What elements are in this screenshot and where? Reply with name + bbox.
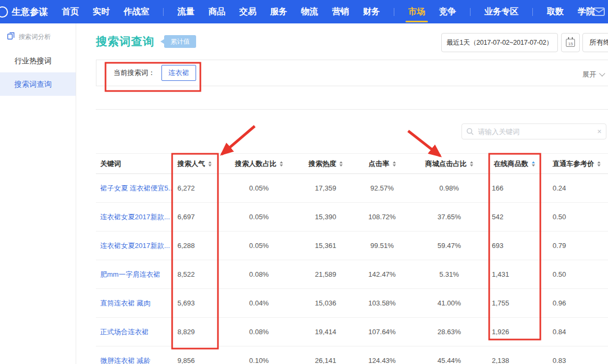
column-label: 直通车参考价 (553, 159, 594, 169)
column-header-6[interactable]: 在线商品数 (487, 154, 542, 173)
nav-item-trade[interactable]: 交易 (239, 0, 256, 23)
table-row: 连衣裙女夏2017新款...6,2880.05%15,36199.51%59.4… (96, 231, 608, 260)
date-range-group: 最近1天（2017-07-02~2017-07-02） 15 (441, 33, 580, 52)
table-cell: 107.64% (352, 318, 412, 346)
nav-item-home[interactable]: 首页 (62, 0, 79, 23)
nav-item-marketing[interactable]: 营销 (332, 0, 349, 23)
terminal-filter-select[interactable]: 所有终端 (582, 33, 608, 52)
table-cell: 5.31% (412, 260, 487, 288)
table-cell: 15,390 (299, 203, 352, 231)
table-cell: 142.47% (352, 260, 412, 288)
column-header-7[interactable]: 直通车参考价 (542, 154, 608, 173)
nav-item-service[interactable]: 服务 (270, 0, 287, 23)
table-row: 肥mm一字肩连衣裙8,5220.08%21,589142.47%5.31%1,4… (96, 260, 608, 289)
nav-item-market[interactable]: 市场 (408, 0, 425, 23)
nav-item-logistics[interactable]: 物流 (301, 0, 318, 23)
calendar-button[interactable]: 15 (561, 33, 580, 52)
table-cell: 8,829 (172, 318, 219, 346)
table-cell: 21,589 (299, 260, 352, 288)
table-cell: 6,697 (172, 203, 219, 231)
column-header-0: 关键词 (96, 154, 172, 173)
nav-item-traffic[interactable]: 流量 (177, 0, 194, 23)
nav-divider (163, 8, 164, 16)
keyword-link[interactable]: 直筒连衣裙 藏肉 (96, 289, 172, 317)
keyword-link[interactable]: 连衣裙女夏2017新款... (96, 203, 172, 231)
nav-item-realtime[interactable]: 实时 (93, 0, 110, 23)
table-cell: 41.00% (412, 289, 487, 317)
column-label: 点击率 (369, 159, 390, 169)
table-cell: 28.63% (412, 318, 487, 346)
nav-divider (470, 8, 471, 16)
table-cell: 0.83 (542, 346, 608, 364)
keyword-link[interactable]: 微胖连衣裙 减龄 (96, 346, 172, 364)
nav-item-competition[interactable]: 竞争 (439, 0, 456, 23)
table-header-row: 关键词搜索人气搜索人数占比搜索热度点击率商城点击占比在线商品数直通车参考价 (96, 154, 608, 174)
mail-icon[interactable] (593, 7, 605, 16)
brand-name: 生意参谋 (12, 6, 48, 18)
table-cell: 0.08% (219, 260, 299, 288)
nav-item-academy[interactable]: 学院 (578, 0, 595, 23)
table-row: 裙子女夏 连衣裙便宜5...6,2720.05%17,35992.57%0.98… (96, 174, 608, 203)
sort-icon (532, 161, 535, 167)
table-cell: 37.65% (412, 203, 487, 231)
keyword-link[interactable]: 肥mm一字肩连衣裙 (96, 260, 172, 288)
current-search-word-label: 当前搜索词： (114, 68, 155, 78)
column-header-2[interactable]: 搜索人数占比 (219, 154, 299, 173)
table-cell: 6,288 (172, 231, 219, 260)
table-cell: 1,431 (487, 260, 542, 288)
sort-icon (393, 161, 396, 167)
column-header-4[interactable]: 点击率 (352, 154, 412, 173)
chevron-down-icon (599, 70, 605, 76)
nav-item-business-zone[interactable]: 业务专区 (484, 0, 518, 23)
table-cell: 108.72% (352, 203, 412, 231)
table-cell: 542 (487, 203, 542, 231)
table-cell: 17,359 (299, 174, 352, 202)
nav-item-goods[interactable]: 商品 (208, 0, 225, 23)
brand[interactable]: 生意参谋 (5, 6, 48, 18)
dotted-divider (96, 109, 608, 110)
top-nav: 生意参谋 首页实时作战室流量商品交易服务物流营销财务市场竞争业务专区取数学院 (0, 0, 608, 23)
column-header-5[interactable]: 商城点击占比 (412, 154, 487, 173)
nav-item-data-extract[interactable]: 取数 (547, 0, 564, 23)
sidebar-items: 行业热搜词搜索词查询 (0, 49, 76, 96)
clear-icon[interactable]: × (597, 128, 602, 135)
table-cell: 1,755 (487, 289, 542, 317)
current-search-word-chip[interactable]: 连衣裙 (161, 65, 196, 81)
sidebar-item-industry-hot-words[interactable]: 行业热搜词 (0, 49, 76, 72)
table-cell: 19,414 (299, 318, 352, 346)
keyword-search-input[interactable] (477, 127, 594, 136)
search-icon (466, 128, 474, 135)
calendar-icon: 15 (566, 39, 575, 47)
column-header-3[interactable]: 搜索热度 (299, 154, 352, 173)
table-body: 裙子女夏 连衣裙便宜5...6,2720.05%17,35992.57%0.98… (96, 174, 608, 364)
nav-divider (532, 8, 533, 16)
table-cell: 0.08% (219, 318, 299, 346)
keyword-link[interactable]: 裙子女夏 连衣裙便宜5... (96, 174, 172, 202)
expand-toggle[interactable]: 展开 (582, 70, 604, 79)
sidebar-item-search-word-query[interactable]: 搜索词查询 (0, 72, 76, 96)
nav-item-finance[interactable]: 财务 (363, 0, 380, 23)
sort-icon (208, 161, 212, 167)
nav-menu: 首页实时作战室流量商品交易服务物流营销财务市场竞争业务专区取数学院 (62, 0, 593, 23)
column-label: 搜索热度 (309, 159, 336, 169)
table-cell: 26,141 (299, 346, 352, 364)
annotation-arrow-to-online-products (408, 131, 440, 156)
table-cell: 1,926 (487, 318, 542, 346)
column-header-1[interactable]: 搜索人气 (172, 154, 219, 173)
date-range-selector[interactable]: 最近1天（2017-07-02~2017-07-02） (441, 33, 558, 52)
table-cell: 0.79 (542, 231, 608, 260)
table-cell: 15,361 (299, 231, 352, 260)
table-cell: 0.50 (542, 260, 608, 288)
keyword-link[interactable]: 正式场合连衣裙 (96, 318, 172, 346)
column-label: 商城点击占比 (425, 159, 467, 169)
sidebar-section-search-analysis[interactable]: 搜索词分析 (0, 23, 76, 47)
sort-icon (470, 161, 473, 167)
table-cell: 2,138 (487, 346, 542, 364)
nav-item-war-room[interactable]: 作战室 (124, 0, 149, 23)
table-cell: 0.05% (219, 231, 299, 260)
keyword-link[interactable]: 连衣裙女夏2017新款... (96, 231, 172, 260)
table-cell: 59.47% (412, 231, 487, 260)
brand-logo-icon (0, 6, 8, 18)
table-cell: 693 (487, 231, 542, 260)
column-label: 搜索人数占比 (235, 159, 277, 169)
